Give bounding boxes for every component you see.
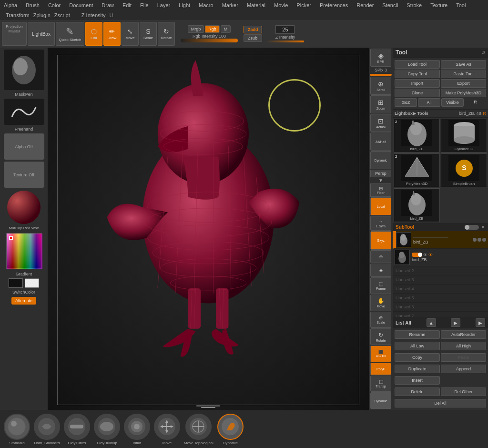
zadd-button[interactable]: Zadd xyxy=(244,26,263,33)
menu-tool[interactable]: Tool xyxy=(454,1,468,9)
subtool-expand[interactable]: ▼ xyxy=(481,225,485,230)
lsym-button[interactable]: ↔ L.Sym xyxy=(370,216,391,231)
zsub-button[interactable]: Zsub xyxy=(244,34,263,42)
z-intensity-slider[interactable] xyxy=(266,41,304,42)
goz-button[interactable]: GoZ xyxy=(395,98,417,107)
zplugin-label[interactable]: Zplugin xyxy=(31,11,52,19)
tool-thumb-simplebrush[interactable]: S SimpleBrush xyxy=(441,153,487,187)
del-all-button[interactable]: Del All xyxy=(395,399,486,407)
brush-claybuildup[interactable]: ClayBuildup xyxy=(94,414,120,445)
brush-dam-standard[interactable]: Dam_Standard xyxy=(34,414,60,445)
polyf-button[interactable]: PolyF xyxy=(370,363,391,375)
subtool-toggle2[interactable] xyxy=(412,253,422,257)
visible-button[interactable]: Visible xyxy=(441,98,464,107)
transp-button[interactable]: ◫ Transp xyxy=(370,376,391,392)
vp-scale-button[interactable]: ⊕ Scale xyxy=(370,312,391,328)
persp-button[interactable]: Persp xyxy=(370,170,391,177)
arrow-right-button[interactable]: ▶ xyxy=(476,318,485,327)
tool-thumb-bird-zb1[interactable]: 2 bird_ZB xyxy=(394,119,440,153)
all-high-button[interactable]: All High xyxy=(441,342,486,350)
color-picker[interactable] xyxy=(6,233,42,269)
menu-document[interactable]: Document xyxy=(67,1,95,9)
persp-dropdown[interactable]: ▼ xyxy=(378,178,383,183)
brush-claytubes[interactable]: ClayTubes xyxy=(64,414,90,445)
menu-stencil[interactable]: Stencil xyxy=(380,1,400,9)
all-button[interactable]: All xyxy=(418,98,440,107)
edit-button[interactable]: ⬡ Edit xyxy=(85,22,102,46)
draw-button[interactable]: ✏ Draw xyxy=(103,22,121,46)
bpr-button[interactable]: ◈ BPR xyxy=(370,49,391,67)
swatch-black[interactable] xyxy=(9,278,23,288)
actual-button[interactable]: ⊡ Actual xyxy=(370,114,391,132)
zscript-label[interactable]: Zscript xyxy=(52,11,72,19)
linefill-button[interactable]: ⬛ Line Fill xyxy=(370,346,391,362)
import-button[interactable]: Import xyxy=(395,79,440,88)
copy-tool-button[interactable]: Copy Tool xyxy=(395,70,440,78)
freehand-stroke[interactable] xyxy=(4,99,44,125)
transform-label[interactable]: Transform xyxy=(4,11,31,19)
menu-color[interactable]: Color xyxy=(46,1,62,9)
all-low-button[interactable]: All Low xyxy=(395,342,440,350)
z-value-display[interactable]: 25 xyxy=(275,25,295,34)
rotate-button[interactable]: ↻ Rotate xyxy=(158,22,175,46)
texture-box[interactable]: Texture Off xyxy=(4,162,44,188)
menu-material[interactable]: Material xyxy=(245,1,267,9)
subtool-toggle1[interactable] xyxy=(465,225,479,230)
brush-standard[interactable]: Standard xyxy=(4,414,30,445)
frame-button[interactable]: ⬚ Frame xyxy=(370,277,391,294)
menu-alpha[interactable]: Alpha xyxy=(2,1,19,9)
move-button[interactable]: ⤡ Move xyxy=(122,22,139,46)
radial1-button[interactable]: ◎ xyxy=(370,250,391,264)
subtool-item-1[interactable]: ───────────── bird_ZB xyxy=(393,231,488,249)
del-other-button[interactable]: Del Other xyxy=(441,387,486,396)
menu-layer[interactable]: Layer xyxy=(155,1,173,9)
append-button[interactable]: Append xyxy=(441,365,486,373)
matcap-ball[interactable] xyxy=(7,191,41,224)
zoom-button[interactable]: ⊞ Zoom xyxy=(370,95,391,113)
menu-render[interactable]: Render xyxy=(355,1,376,9)
projection-master-button[interactable]: Projection Master xyxy=(2,22,27,46)
delete-button[interactable]: Delete xyxy=(395,387,440,396)
menu-brush[interactable]: Brush xyxy=(24,1,41,9)
make-polymesh3d-button[interactable]: Make PolyMesh3D xyxy=(441,89,486,97)
quick-sketch-button[interactable]: ✎ Quick Sketch xyxy=(56,22,84,46)
tool-thumb-bird-zb2[interactable]: bird_ZB xyxy=(394,188,440,222)
menu-draw[interactable]: Draw xyxy=(100,1,116,9)
canvas-area[interactable] xyxy=(48,48,369,410)
arrow-down-button[interactable]: ▶ xyxy=(451,318,460,327)
m-button[interactable]: M xyxy=(221,25,231,33)
spix-slider[interactable] xyxy=(370,74,392,75)
vp-rotate-button[interactable]: ↻ Rotate xyxy=(370,328,391,345)
duplicate-button[interactable]: Duplicate xyxy=(395,365,440,373)
menu-edit[interactable]: Edit xyxy=(121,1,133,9)
brush-preview[interactable] xyxy=(4,50,44,90)
eye-toggle[interactable]: 👁 xyxy=(423,253,427,257)
export-button[interactable]: Export xyxy=(441,79,486,88)
eye-toggle-active[interactable]: 👁 xyxy=(428,253,433,257)
subtool-item-2[interactable]: 👁 👁 bird_ZB xyxy=(393,249,488,266)
vp-move-button[interactable]: ✋ Move xyxy=(370,295,391,311)
menu-picker[interactable]: Picker xyxy=(295,1,313,9)
clone-button[interactable]: Clone xyxy=(395,89,440,97)
menu-marker[interactable]: Marker xyxy=(220,1,240,9)
rename-button[interactable]: Rename xyxy=(395,330,440,339)
rgb-intensity-slider[interactable] xyxy=(181,39,238,42)
tool-reset-icon[interactable]: ↺ xyxy=(481,50,485,55)
scale-button[interactable]: S Scale xyxy=(140,22,157,46)
aahalf-button[interactable]: AAHalf xyxy=(370,132,391,151)
menu-macro[interactable]: Macro xyxy=(197,1,215,9)
menu-light[interactable]: Light xyxy=(177,1,192,9)
rgb-button[interactable]: Rgb xyxy=(205,25,220,33)
menu-texture[interactable]: Texture xyxy=(428,1,449,9)
menu-movie[interactable]: Movie xyxy=(272,1,290,9)
brush-dynamic[interactable]: Dynamic xyxy=(217,414,244,445)
alternate-button[interactable]: Alternate xyxy=(11,297,36,305)
menu-preferences[interactable]: Preferences xyxy=(318,1,350,9)
swatch-white[interactable] xyxy=(25,278,39,288)
tool-thumb-cylinder[interactable]: Cylinder3D xyxy=(441,119,487,153)
lightbox-button[interactable]: LightBox xyxy=(28,22,55,46)
local-button[interactable]: Local xyxy=(370,197,391,215)
radial2-button[interactable]: ◉ xyxy=(370,264,391,277)
alpha-box[interactable]: Alpha Off xyxy=(4,133,44,160)
copy-button[interactable]: Copy xyxy=(395,353,440,362)
